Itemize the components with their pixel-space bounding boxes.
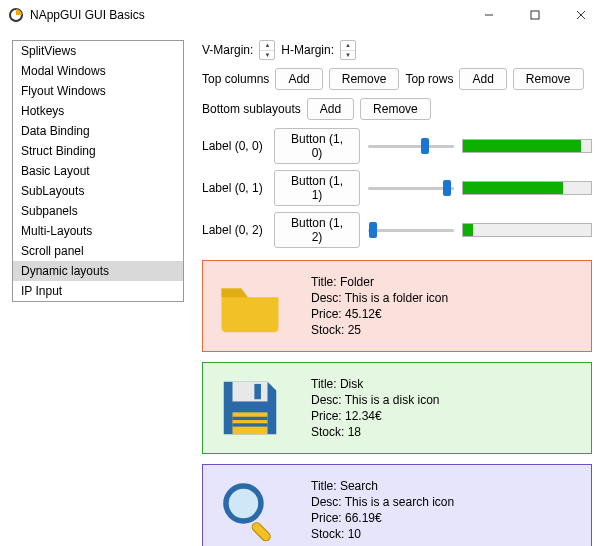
titlebar: NAppGUI GUI Basics	[0, 0, 604, 30]
maximize-button[interactable]	[512, 0, 558, 30]
card: Title: DiskDesc: This is a disk iconPric…	[202, 362, 592, 454]
grid-label: Label (0, 2)	[202, 223, 266, 237]
grid-slider[interactable]	[368, 137, 454, 155]
app-icon	[8, 7, 24, 23]
bottom-sublayouts-add-button[interactable]: Add	[307, 98, 354, 120]
sidebar-item[interactable]: Multi-Layouts	[13, 221, 183, 241]
card-title: Title: Search	[311, 478, 454, 494]
sidebar-item[interactable]: Modal Windows	[13, 61, 183, 81]
card-desc: Desc: This is a search icon	[311, 494, 454, 510]
sidebar-item[interactable]: Dynamic layouts	[13, 261, 183, 281]
sidebar-list[interactable]: SplitViewsModal WindowsFlyout WindowsHot…	[12, 40, 184, 302]
sidebar-item[interactable]: Data Binding	[13, 121, 183, 141]
vmargin-label: V-Margin:	[202, 43, 253, 57]
card: Title: SearchDesc: This is a search icon…	[202, 464, 592, 546]
grid-progress	[462, 181, 592, 195]
folder-icon	[215, 271, 285, 341]
dynamic-grid: Label (0, 0)Button (1, 0)Label (0, 1)But…	[202, 128, 592, 248]
bottom-sublayouts-label: Bottom sublayouts	[202, 102, 301, 116]
sidebar-item[interactable]: Subpanels	[13, 201, 183, 221]
grid-label: Label (0, 0)	[202, 139, 266, 153]
svg-rect-9	[233, 423, 268, 426]
grid-progress	[462, 223, 592, 237]
grid-slider[interactable]	[368, 221, 454, 239]
card-desc: Desc: This is a folder icon	[311, 290, 448, 306]
hmargin-label: H-Margin:	[281, 43, 334, 57]
svg-point-10	[226, 486, 261, 521]
svg-rect-2	[531, 11, 539, 19]
svg-rect-6	[254, 384, 261, 399]
card-title: Title: Folder	[311, 274, 448, 290]
sidebar-item[interactable]: Flyout Windows	[13, 81, 183, 101]
top-columns-label: Top columns	[202, 72, 269, 86]
top-rows-add-button[interactable]: Add	[459, 68, 506, 90]
card-price: Price: 12.34€	[311, 408, 440, 424]
card-desc: Desc: This is a disk icon	[311, 392, 440, 408]
sidebar-item[interactable]: SubLayouts	[13, 181, 183, 201]
grid-slider[interactable]	[368, 179, 454, 197]
card-price: Price: 66.19€	[311, 510, 454, 526]
card-meta: Title: DiskDesc: This is a disk iconPric…	[311, 376, 440, 441]
grid-label: Label (0, 1)	[202, 181, 266, 195]
close-button[interactable]	[558, 0, 604, 30]
card-price: Price: 45.12€	[311, 306, 448, 322]
main-panel: V-Margin: ▲▼ H-Margin: ▲▼ Top columns Ad…	[184, 40, 592, 546]
top-columns-add-button[interactable]: Add	[275, 68, 322, 90]
sidebar-item[interactable]: IP Input	[13, 281, 183, 301]
top-rows-label: Top rows	[405, 72, 453, 86]
hmargin-spinner[interactable]: ▲▼	[340, 40, 356, 60]
card-stock: Stock: 25	[311, 322, 448, 338]
vmargin-spinner[interactable]: ▲▼	[259, 40, 275, 60]
svg-rect-8	[233, 417, 268, 420]
sidebar-item[interactable]: Scroll panel	[13, 241, 183, 261]
search-icon	[215, 475, 285, 545]
bottom-sublayouts-remove-button[interactable]: Remove	[360, 98, 431, 120]
top-rows-remove-button[interactable]: Remove	[513, 68, 584, 90]
card-title: Title: Disk	[311, 376, 440, 392]
sidebar-item[interactable]: Struct Binding	[13, 141, 183, 161]
card-stock: Stock: 10	[311, 526, 454, 542]
grid-button[interactable]: Button (1, 1)	[274, 170, 360, 206]
grid-button[interactable]: Button (1, 2)	[274, 212, 360, 248]
sidebar-item[interactable]: Basic Layout	[13, 161, 183, 181]
svg-rect-11	[250, 521, 272, 543]
disk-icon	[215, 373, 285, 443]
grid-progress	[462, 139, 592, 153]
card-meta: Title: FolderDesc: This is a folder icon…	[311, 274, 448, 339]
window-title: NAppGUI GUI Basics	[30, 8, 145, 22]
card: Title: FolderDesc: This is a folder icon…	[202, 260, 592, 352]
card-stock: Stock: 18	[311, 424, 440, 440]
card-list: Title: FolderDesc: This is a folder icon…	[202, 260, 592, 546]
svg-rect-5	[233, 382, 268, 402]
grid-button[interactable]: Button (1, 0)	[274, 128, 360, 164]
sidebar-item[interactable]: Hotkeys	[13, 101, 183, 121]
minimize-button[interactable]	[466, 0, 512, 30]
top-columns-remove-button[interactable]: Remove	[329, 68, 400, 90]
sidebar-item[interactable]: SplitViews	[13, 41, 183, 61]
card-meta: Title: SearchDesc: This is a search icon…	[311, 478, 454, 543]
